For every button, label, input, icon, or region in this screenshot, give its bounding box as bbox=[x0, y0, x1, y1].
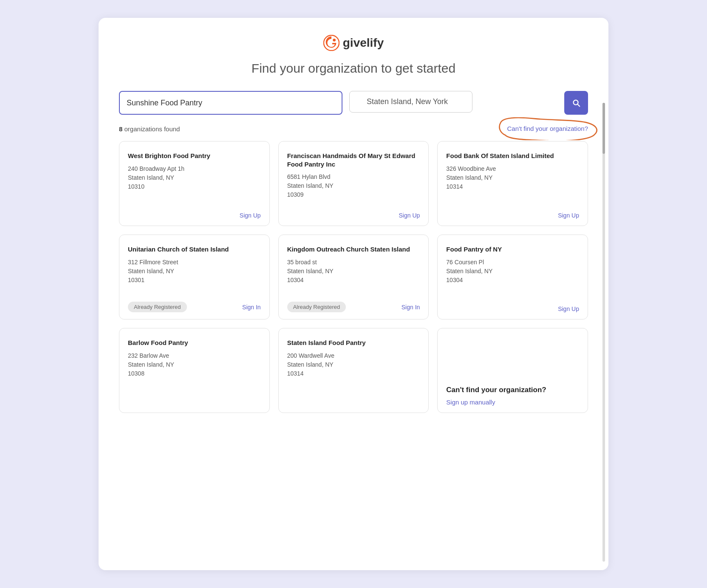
card-body-3: Unitarian Church of Staten Island 312 Fi… bbox=[128, 245, 261, 285]
org-address-1: 6581 Hylan BlvdStaten Island, NY10309 bbox=[287, 172, 420, 199]
card-body-5: Food Pantry of NY 76 Coursen PlStaten Is… bbox=[446, 245, 579, 285]
cant-find-header[interactable]: Can't find your organization? bbox=[507, 125, 588, 133]
cards-grid: West Brighton Food Pantry 240 Broadway A… bbox=[119, 141, 588, 413]
page-title: Find your organization to get started bbox=[119, 61, 588, 76]
already-registered-badge-3: Already Registered bbox=[128, 302, 187, 312]
signup-link-0[interactable]: Sign Up bbox=[240, 212, 261, 219]
signin-link-3[interactable]: Sign In bbox=[242, 304, 261, 311]
card-footer-5: Sign Up bbox=[446, 305, 579, 312]
org-card-6: Barlow Food Pantry 232 Barlow AveStaten … bbox=[119, 328, 270, 413]
org-name-1: Franciscan Handmaids Of Mary St Edward F… bbox=[287, 152, 420, 168]
org-card-5: Food Pantry of NY 76 Coursen PlStaten Is… bbox=[437, 235, 588, 319]
location-search-input[interactable] bbox=[349, 91, 472, 113]
svg-point-1 bbox=[333, 39, 336, 42]
search-row bbox=[119, 91, 588, 115]
org-name-4: Kingdom Outreach Church Staten Island bbox=[287, 245, 420, 254]
org-name-2: Food Bank Of Staten Island Limited bbox=[446, 152, 579, 160]
org-card-1: Franciscan Handmaids Of Mary St Edward F… bbox=[278, 141, 429, 226]
main-container: givelify Find your organization to get s… bbox=[99, 18, 608, 570]
org-address-3: 312 Fillmore StreetStaten Island, NY1030… bbox=[128, 258, 261, 285]
card-footer-2: Sign Up bbox=[446, 212, 579, 219]
scrollbar-thumb[interactable] bbox=[602, 103, 605, 154]
org-card-3: Unitarian Church of Staten Island 312 Fi… bbox=[119, 235, 270, 319]
org-address-6: 232 Barlow AveStaten Island, NY10308 bbox=[128, 351, 261, 378]
card-body-1: Franciscan Handmaids Of Mary St Edward F… bbox=[287, 152, 420, 199]
signup-link-1[interactable]: Sign Up bbox=[399, 212, 420, 219]
scrollbar[interactable] bbox=[602, 103, 605, 562]
card-body-7: Staten Island Food Pantry 200 Wardwell A… bbox=[287, 339, 420, 378]
card-footer-0: Sign Up bbox=[128, 212, 261, 219]
org-address-0: 240 Broadway Apt 1hStaten Island, NY1031… bbox=[128, 164, 261, 191]
org-name-7: Staten Island Food Pantry bbox=[287, 339, 420, 347]
already-registered-badge-4: Already Registered bbox=[287, 302, 346, 312]
location-wrapper bbox=[349, 91, 557, 115]
logo-area: givelify bbox=[119, 35, 588, 51]
cant-find-link[interactable]: Can't find your organization? bbox=[507, 125, 588, 132]
org-name-0: West Brighton Food Pantry bbox=[128, 152, 261, 160]
org-address-5: 76 Coursen PlStaten Island, NY10304 bbox=[446, 258, 579, 285]
card-body-0: West Brighton Food Pantry 240 Broadway A… bbox=[128, 152, 261, 191]
card-body-4: Kingdom Outreach Church Staten Island 35… bbox=[287, 245, 420, 285]
org-address-4: 35 broad stStaten Island, NY10304 bbox=[287, 258, 420, 285]
cant-find-card-title: Can't find your organization? bbox=[446, 386, 546, 394]
org-address-7: 200 Wardwell AveStaten Island, NY10314 bbox=[287, 351, 420, 378]
results-count: 8 organizations found bbox=[119, 125, 180, 133]
org-name-6: Barlow Food Pantry bbox=[128, 339, 261, 347]
org-address-2: 326 Woodbine AveStaten Island, NY10314 bbox=[446, 164, 579, 191]
org-card-4: Kingdom Outreach Church Staten Island 35… bbox=[278, 235, 429, 319]
signup-link-2[interactable]: Sign Up bbox=[558, 212, 579, 219]
card-body-6: Barlow Food Pantry 232 Barlow AveStaten … bbox=[128, 339, 261, 378]
card-footer-1: Sign Up bbox=[287, 212, 420, 219]
org-search-input[interactable] bbox=[119, 91, 342, 115]
signin-link-4[interactable]: Sign In bbox=[402, 304, 420, 311]
results-row: 8 organizations found Can't find your or… bbox=[119, 125, 588, 133]
card-body-2: Food Bank Of Staten Island Limited 326 W… bbox=[446, 152, 579, 191]
org-card-2: Food Bank Of Staten Island Limited 326 W… bbox=[437, 141, 588, 226]
signup-link-5[interactable]: Sign Up bbox=[558, 305, 579, 312]
givelify-logo-icon bbox=[323, 35, 339, 51]
card-footer-4: Already Registered Sign In bbox=[287, 302, 420, 312]
card-footer-3: Already Registered Sign In bbox=[128, 302, 261, 312]
org-card-7: Staten Island Food Pantry 200 Wardwell A… bbox=[278, 328, 429, 413]
org-name-3: Unitarian Church of Staten Island bbox=[128, 245, 261, 254]
sign-up-manually-link[interactable]: Sign up manually bbox=[446, 399, 495, 406]
cant-find-card: Can't find your organization? Sign up ma… bbox=[437, 328, 588, 413]
search-button[interactable] bbox=[564, 91, 588, 115]
org-card-0: West Brighton Food Pantry 240 Broadway A… bbox=[119, 141, 270, 226]
org-name-5: Food Pantry of NY bbox=[446, 245, 579, 254]
logo-text: givelify bbox=[343, 36, 384, 50]
search-icon bbox=[571, 98, 581, 107]
